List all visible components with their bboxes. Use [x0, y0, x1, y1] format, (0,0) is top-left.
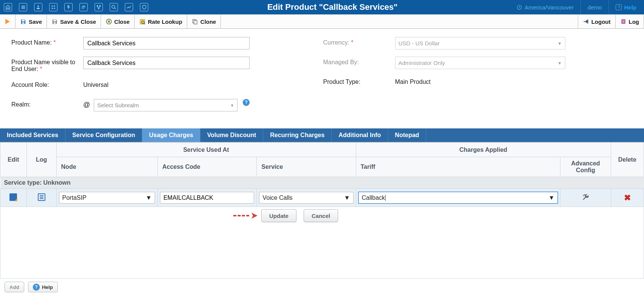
svg-point-7 [54, 8, 55, 9]
realm-placeholder: Select Subrealm [97, 102, 139, 108]
col-advanced: Advanced Config [560, 157, 611, 177]
svg-rect-26 [622, 22, 624, 23]
page-title: Edit Product "Callback Services" [148, 2, 517, 12]
shield-icon[interactable] [140, 3, 148, 11]
chevron-down-icon: ▼ [146, 194, 152, 201]
access-code-input[interactable] [160, 192, 254, 204]
save-button[interactable]: Save [16, 15, 47, 28]
edit-icon[interactable] [9, 193, 17, 201]
product-name-input[interactable] [83, 37, 250, 49]
grid-empty [0, 226, 644, 279]
tab-notepad[interactable]: Notepad [388, 128, 426, 142]
search-icon[interactable] [110, 3, 118, 11]
help-label: Help [624, 4, 636, 11]
product-type-label: Product Type: [323, 76, 395, 85]
close-icon [106, 19, 112, 25]
form-left-col: Product Name: * Product Name visible to … [11, 37, 323, 119]
form-right-col: Currency: * USD - US Dollar ▼ Managed By… [323, 37, 635, 119]
service-value: Voice Calls [262, 194, 292, 201]
save-label: Save [29, 19, 42, 25]
node-select[interactable]: PortaSIP ▼ [59, 192, 155, 204]
header-right: America/Vancouver demo ? Help [517, 0, 644, 14]
rate-lookup-button[interactable]: Rate Lookup [135, 15, 187, 28]
col-edit: Edit [0, 143, 27, 177]
col-service-used: Service Used At [56, 143, 356, 157]
svg-rect-1 [21, 7, 25, 8]
save-close-label: Save & Close [60, 19, 96, 25]
help-icon[interactable]: ? [243, 99, 250, 106]
product-name-eu-input[interactable] [83, 57, 250, 69]
grid-icon[interactable] [49, 3, 57, 11]
delete-icon[interactable]: ✖ [624, 193, 631, 202]
add-button[interactable]: Add [5, 282, 24, 292]
col-tariff: Tariff [356, 157, 560, 177]
tab-usage-charges[interactable]: Usage Charges [142, 128, 200, 142]
tab-additional-info[interactable]: Additional Info [332, 128, 388, 142]
tariff-select[interactable]: Callback ▼ [358, 192, 558, 204]
header-icon-group [0, 3, 148, 11]
svg-rect-25 [622, 21, 624, 22]
close-label: Close [114, 19, 130, 25]
save-close-button[interactable]: Save & Close [47, 15, 101, 28]
chart-icon[interactable] [125, 3, 133, 11]
svg-rect-15 [53, 20, 56, 21]
tab-included-services[interactable]: Included Services [0, 128, 65, 142]
routing-icon[interactable] [79, 3, 88, 11]
update-button[interactable]: Update [261, 209, 296, 222]
node-value: PortaSIP [62, 194, 87, 201]
divider [580, 0, 581, 14]
arrow-indicator [233, 213, 258, 219]
tab-volume-discount[interactable]: Volume Discount [200, 128, 264, 142]
money-icon[interactable] [64, 3, 73, 11]
footer: Add ? Help [0, 279, 644, 295]
realm-at-symbol: @ [83, 99, 94, 109]
realm-select[interactable]: Select Subrealm ▼ [94, 99, 237, 111]
svg-rect-13 [22, 20, 25, 21]
cancel-button[interactable]: Cancel [304, 209, 338, 222]
close-button[interactable]: Close [101, 15, 135, 28]
chevron-down-icon: ▼ [230, 103, 234, 108]
chevron-down-icon: ▼ [344, 194, 350, 201]
user-link[interactable]: demo [588, 4, 602, 11]
svg-rect-16 [54, 22, 56, 23]
logout-icon [583, 19, 589, 25]
svg-point-11 [112, 5, 115, 8]
col-delete: Delete [611, 143, 644, 177]
tab-service-config[interactable]: Service Configuration [65, 128, 142, 142]
header-bar: Edit Product "Callback Services" America… [0, 0, 644, 14]
form-panel: Product Name: * Product Name visible to … [0, 29, 644, 128]
list-icon[interactable] [19, 3, 27, 11]
svg-point-3 [37, 6, 39, 7]
network-icon[interactable] [95, 3, 103, 11]
usage-grid: Edit Log Service Used At Charges Applied… [0, 142, 644, 279]
tab-recurring-charges[interactable]: Recurring Charges [263, 128, 332, 142]
product-type-value: Main Product [395, 76, 431, 85]
col-node: Node [56, 157, 158, 177]
currency-label: Currency: * [323, 37, 395, 46]
timezone-link[interactable]: America/Vancouver [517, 4, 574, 11]
col-charges-applied: Charges Applied [356, 143, 611, 157]
log-button[interactable]: Log [616, 15, 644, 28]
clone-button[interactable]: Clone [187, 15, 221, 28]
col-log: Log [26, 143, 56, 177]
row-actions: Update Cancel [0, 207, 644, 226]
divider [608, 0, 609, 14]
tariff-value: Callback [362, 194, 386, 201]
home-icon[interactable] [4, 3, 12, 11]
wrench-icon[interactable] [582, 194, 589, 202]
help-label: Help [42, 284, 53, 290]
col-access: Access Code [158, 157, 257, 177]
person-icon[interactable] [34, 3, 42, 11]
help-link[interactable]: ? Help [616, 4, 636, 11]
help-button[interactable]: ? Help [28, 282, 58, 292]
log-icon[interactable] [38, 193, 45, 201]
svg-rect-21 [194, 20, 197, 24]
chevron-down-icon: ▼ [558, 61, 562, 65]
play-icon[interactable] [0, 15, 16, 28]
service-select[interactable]: Voice Calls ▼ [259, 192, 353, 204]
save-icon [20, 19, 26, 25]
product-name-eu-label: Product Name visible to End User: * [11, 57, 83, 73]
chevron-down-icon: ▼ [548, 194, 554, 201]
clone-icon [192, 19, 198, 25]
logout-button[interactable]: Logout [578, 15, 616, 28]
